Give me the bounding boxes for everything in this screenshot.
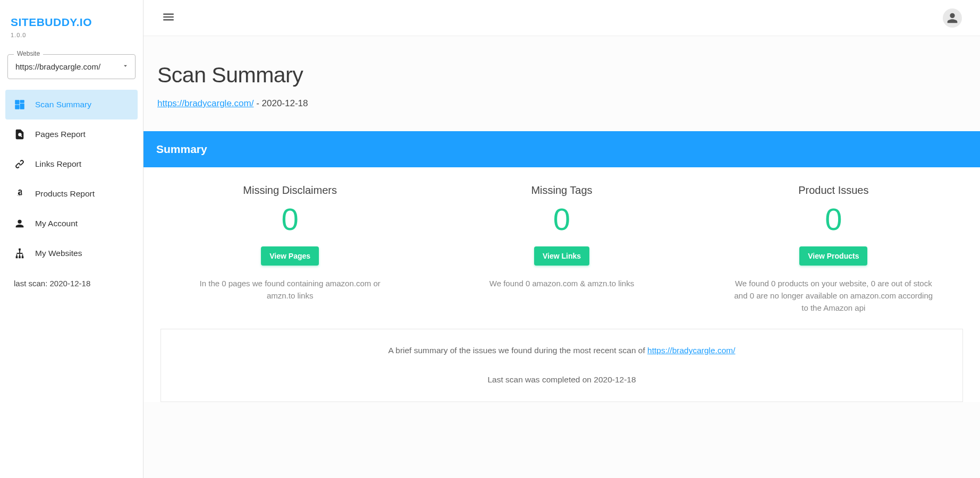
nav: Scan Summary Pages Report Links Report P… bbox=[5, 90, 138, 268]
view-links-button[interactable]: View Links bbox=[534, 246, 589, 266]
footer-site-link[interactable]: https://bradycargle.com/ bbox=[647, 346, 735, 355]
card-title: Product Issues bbox=[708, 184, 959, 197]
footer-line-2: Last scan was completed on 2020-12-18 bbox=[174, 373, 950, 387]
website-select-value: https://bradycargle.com/ bbox=[15, 62, 100, 71]
nav-my-websites[interactable]: My Websites bbox=[5, 238, 138, 268]
user-avatar[interactable] bbox=[943, 8, 962, 28]
footer-line-1-text: A brief summary of the issues we found d… bbox=[388, 346, 647, 355]
card-missing-tags: Missing Tags 0 View Links We found 0 ama… bbox=[426, 184, 697, 314]
amazon-icon bbox=[14, 188, 26, 200]
date-separator: - bbox=[254, 98, 261, 108]
brand-version: 1.0.0 bbox=[11, 32, 132, 38]
link-icon bbox=[14, 158, 26, 170]
dashboard-icon bbox=[14, 99, 26, 110]
nav-products-report[interactable]: Products Report bbox=[5, 179, 138, 209]
topbar bbox=[143, 0, 980, 36]
view-pages-button[interactable]: View Pages bbox=[261, 246, 319, 266]
website-select-label: Website bbox=[14, 50, 43, 57]
nav-my-account[interactable]: My Account bbox=[5, 209, 138, 238]
nav-links-report[interactable]: Links Report bbox=[5, 149, 138, 179]
card-count: 0 bbox=[436, 201, 687, 238]
page-search-icon bbox=[14, 129, 26, 140]
card-title: Missing Tags bbox=[436, 184, 687, 197]
card-desc: We found 0 amazon.com & amzn.to links bbox=[461, 277, 663, 289]
summary-footer: A brief summary of the issues we found d… bbox=[160, 329, 963, 402]
summary-panel: Summary Missing Disclaimers 0 View Pages… bbox=[143, 131, 980, 402]
main: Scan Summary https://bradycargle.com/ - … bbox=[143, 0, 980, 478]
cards-row: Missing Disclaimers 0 View Pages In the … bbox=[143, 167, 980, 329]
nav-item-label: My Account bbox=[35, 219, 78, 228]
person-icon bbox=[14, 218, 26, 229]
nav-item-label: My Websites bbox=[35, 249, 82, 258]
card-count: 0 bbox=[165, 201, 415, 238]
brand-block: SITEBUDDY.IO 1.0.0 bbox=[5, 11, 138, 51]
nav-item-label: Scan Summary bbox=[35, 100, 91, 109]
page-head: Scan Summary https://bradycargle.com/ - … bbox=[143, 63, 980, 131]
menu-toggle[interactable] bbox=[162, 10, 175, 26]
card-desc: We found 0 products on your website, 0 a… bbox=[732, 277, 934, 314]
nav-item-label: Pages Report bbox=[35, 130, 86, 139]
scan-date: 2020-12-18 bbox=[262, 98, 308, 108]
content: Scan Summary https://bradycargle.com/ - … bbox=[143, 36, 980, 478]
site-url-link[interactable]: https://bradycargle.com/ bbox=[157, 98, 254, 108]
last-scan-text: last scan: 2020-12-18 bbox=[5, 268, 138, 298]
nav-pages-report[interactable]: Pages Report bbox=[5, 120, 138, 149]
card-product-issues: Product Issues 0 View Products We found … bbox=[698, 184, 969, 314]
nav-scan-summary[interactable]: Scan Summary bbox=[5, 90, 138, 120]
website-select-box[interactable]: https://bradycargle.com/ bbox=[7, 54, 136, 79]
hamburger-icon bbox=[162, 10, 175, 24]
sidebar: SITEBUDDY.IO 1.0.0 Website https://brady… bbox=[0, 0, 143, 478]
nav-item-label: Links Report bbox=[35, 159, 81, 169]
panel-header: Summary bbox=[143, 131, 980, 167]
card-title: Missing Disclaimers bbox=[165, 184, 415, 197]
nav-item-label: Products Report bbox=[35, 189, 95, 199]
card-count: 0 bbox=[708, 201, 959, 238]
view-products-button[interactable]: View Products bbox=[799, 246, 867, 266]
avatar-icon bbox=[945, 11, 960, 25]
brand-title: SITEBUDDY.IO bbox=[11, 16, 132, 29]
footer-line-1: A brief summary of the issues we found d… bbox=[174, 344, 950, 357]
page-subtitle: https://bradycargle.com/ - 2020-12-18 bbox=[157, 98, 980, 109]
website-select[interactable]: Website https://bradycargle.com/ bbox=[7, 54, 136, 79]
card-desc: In the 0 pages we found containing amazo… bbox=[189, 277, 391, 302]
page-title: Scan Summary bbox=[157, 63, 980, 88]
sitemap-icon bbox=[14, 247, 26, 259]
card-missing-disclaimers: Missing Disclaimers 0 View Pages In the … bbox=[154, 184, 426, 314]
